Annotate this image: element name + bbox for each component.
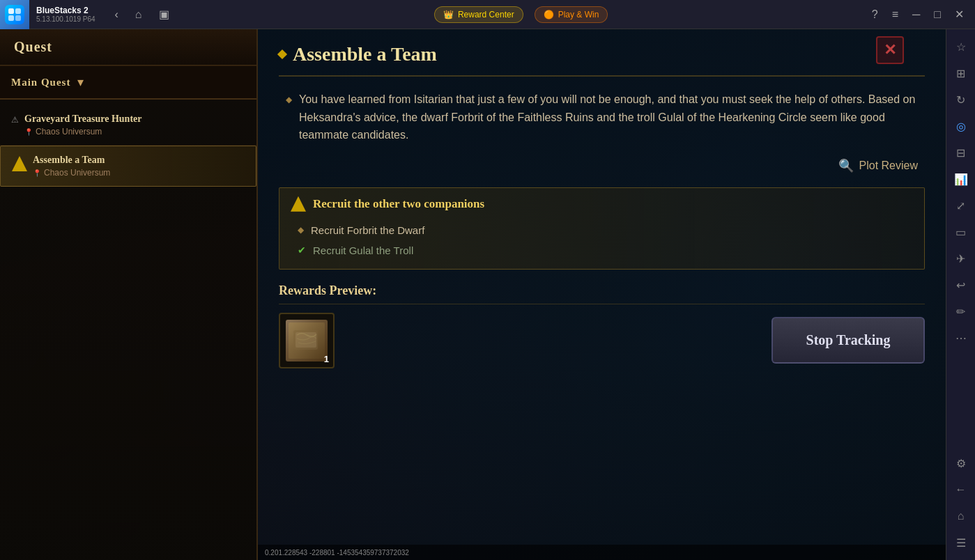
main-quest-label: Main Quest — [11, 77, 70, 88]
reward-icon: 👑 — [443, 10, 454, 20]
quest-item-1-location: 📍 Chaos Universum — [24, 127, 142, 137]
sidebar-icon-layer[interactable]: ▭ — [949, 220, 973, 244]
window-controls: ? ≡ ─ □ ✕ — [861, 5, 975, 24]
quest-content-header: Assemble a Team — [279, 43, 925, 77]
objective-header: Recruit the other two companions — [291, 196, 913, 212]
stop-tracking-button[interactable]: Stop Tracking — [771, 317, 925, 364]
app-logo — [0, 0, 29, 29]
objective-bullet-1: ◆ — [298, 225, 304, 235]
quest-item-assemble[interactable]: Assemble a Team 📍 Chaos Universum — [0, 146, 256, 187]
quest-list: ⚠ Graveyard Treasure Hunter 📍 Chaos Univ… — [0, 100, 256, 192]
maximize-button[interactable]: □ — [928, 6, 946, 24]
quest-item-2-location-text: Chaos Universum — [44, 168, 110, 178]
quest-panel: Quest Main Quest ▾ ⚠ Graveyard Treasure … — [0, 29, 258, 560]
right-sidebar: ☆ ⊞ ↻ ◎ ⊟ 📊 ⤢ ▭ ✈ ↩ ✏ ⋯ ⚙ ← ⌂ ☰ — [946, 29, 975, 560]
title-bar: BlueStacks 2 5.13.100.1019 P64 ‹ ⌂ ▣ 👑 R… — [0, 0, 975, 29]
sidebar-icon-star[interactable]: ☆ — [949, 35, 973, 59]
objective-section: Recruit the other two companions ◆ Recru… — [279, 187, 925, 270]
reward-center-button[interactable]: 👑 Reward Center — [434, 6, 523, 23]
svg-rect-3 — [15, 15, 21, 21]
sidebar-icon-rotate[interactable]: ↻ — [949, 88, 973, 111]
objective-check-2: ✔ — [298, 244, 306, 256]
quest-description: You have learned from Isitarian that jus… — [279, 91, 925, 144]
home-button[interactable]: ⌂ — [130, 6, 148, 24]
play-win-icon: 🟠 — [544, 10, 554, 20]
sidebar-icon-back[interactable]: ↩ — [949, 273, 973, 297]
reward-item-1: 1 — [279, 313, 335, 368]
minimize-button[interactable]: ─ — [907, 6, 926, 24]
location-icon-2: 📍 — [33, 169, 41, 177]
quest-description-text: You have learned from Isitarian that jus… — [299, 91, 918, 144]
nav-buttons: ‹ ⌂ ▣ — [102, 5, 182, 24]
quest-content-title-text: Assemble a Team — [293, 43, 437, 65]
help-button[interactable]: ? — [866, 6, 884, 24]
quest-panel-title: Quest — [14, 39, 52, 55]
objective-item-1: ◆ Recruit Forbrit the Dwarf — [291, 220, 913, 240]
logo-inner — [5, 5, 24, 24]
play-win-button[interactable]: 🟠 Play & Win — [535, 6, 608, 23]
quest-content: ✕ Assemble a Team You have learned from … — [258, 29, 946, 560]
reward-count: 1 — [324, 354, 329, 364]
svg-rect-2 — [8, 15, 14, 21]
sidebar-icon-expand[interactable]: ⤢ — [949, 194, 973, 217]
objective-warning-icon — [291, 196, 306, 212]
close-button[interactable]: ✕ — [949, 5, 969, 24]
quest-item-2-name: Assemble a Team — [33, 155, 110, 166]
dropdown-icon[interactable]: ▾ — [77, 75, 84, 90]
location-icon-1: 📍 — [24, 128, 33, 136]
quest-item-2-icon — [12, 156, 27, 171]
quest-item-1-location-text: Chaos Universum — [36, 127, 102, 137]
sidebar-icon-arrow-left[interactable]: ← — [949, 478, 973, 501]
objective-text-1: Recruit Forbrit the Dwarf — [311, 224, 424, 236]
plot-review-label: Plot Review — [859, 160, 918, 172]
sidebar-icon-more[interactable]: ⋯ — [949, 326, 973, 350]
main-quest-header: Main Quest ▾ — [0, 65, 256, 100]
title-diamond-icon — [277, 49, 287, 59]
sidebar-icon-screen[interactable]: ⊞ — [949, 61, 973, 85]
game-area: Quest Main Quest ▾ ⚠ Graveyard Treasure … — [0, 29, 946, 560]
quest-item-1-name: Graveyard Treasure Hunter — [24, 114, 142, 125]
app-info: BlueStacks 2 5.13.100.1019 P64 — [29, 6, 102, 23]
svg-rect-1 — [15, 8, 21, 14]
sidebar-icon-chart[interactable]: 📊 — [949, 167, 973, 191]
quest-item-2-location: 📍 Chaos Universum — [33, 168, 110, 178]
sidebar-icon-settings[interactable]: ⚙ — [949, 451, 973, 475]
plot-review-icon: 🔍 — [838, 158, 854, 173]
play-win-label: Play & Win — [558, 10, 599, 20]
sidebar-icon-target[interactable]: ◎ — [949, 114, 973, 138]
reward-item-svg — [291, 325, 323, 356]
sidebar-icon-apps[interactable]: ☰ — [949, 531, 973, 554]
objective-title: Recruit the other two companions — [313, 197, 484, 211]
quest-item-1-icon: ⚠ — [11, 115, 19, 125]
objective-text-2: Recruit Gulal the Troll — [313, 244, 413, 256]
app-name: BlueStacks 2 — [36, 6, 95, 15]
quest-item-graveyard[interactable]: ⚠ Graveyard Treasure Hunter 📍 Chaos Univ… — [0, 105, 256, 146]
reward-item-image — [286, 320, 328, 361]
quest-content-title: Assemble a Team — [279, 43, 925, 65]
app-version: 5.13.100.1019 P64 — [36, 15, 95, 23]
sidebar-icon-plane[interactable]: ✈ — [949, 247, 973, 270]
recent-button[interactable]: ▣ — [153, 5, 175, 24]
svg-rect-10 — [295, 332, 316, 348]
objective-item-2: ✔ Recruit Gulal the Troll — [291, 240, 913, 260]
menu-button[interactable]: ≡ — [886, 6, 904, 24]
svg-rect-0 — [8, 8, 14, 14]
reward-center-label: Reward Center — [458, 10, 514, 20]
back-button[interactable]: ‹ — [109, 6, 124, 24]
plot-review-button[interactable]: 🔍 Plot Review — [279, 158, 925, 173]
quest-close-button[interactable]: ✕ — [876, 36, 904, 64]
close-x-icon: ✕ — [876, 36, 904, 64]
svg-rect-9 — [293, 330, 318, 350]
rewards-section: Rewards Preview: 1 Stop — [279, 283, 925, 368]
rewards-header: Rewards Preview: — [279, 283, 925, 304]
sidebar-icon-home[interactable]: ⌂ — [949, 504, 973, 528]
sidebar-icon-grid[interactable]: ⊟ — [949, 141, 973, 164]
title-bar-center: 👑 Reward Center 🟠 Play & Win — [182, 6, 861, 23]
coordinates-text: 0.201.228543 -228801 -145354359737372032 — [265, 549, 409, 557]
stop-tracking-label: Stop Tracking — [806, 332, 891, 348]
quest-panel-header: Quest — [0, 29, 256, 65]
sidebar-icon-pen[interactable]: ✏ — [949, 300, 973, 323]
rewards-content: 1 Stop Tracking — [279, 313, 925, 368]
coordinates-bar: 0.201.228543 -228801 -145354359737372032 — [258, 545, 946, 560]
